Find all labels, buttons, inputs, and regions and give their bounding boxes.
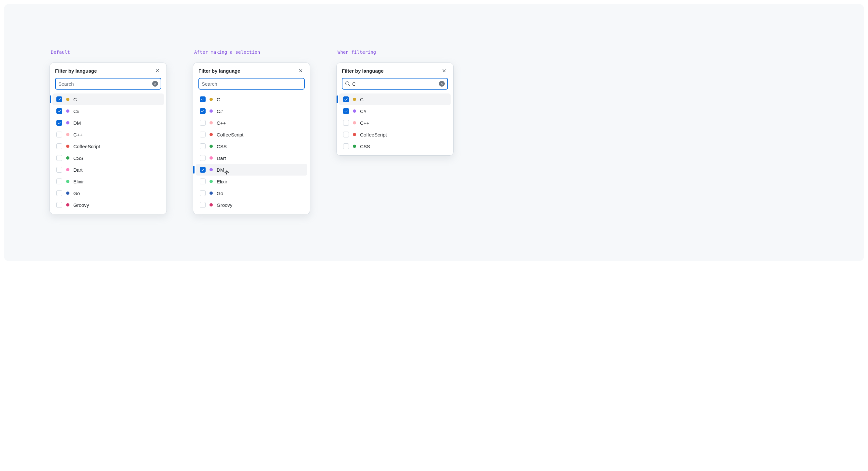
- filter-panel: Filter by languageCC#C++CoffeeScriptCSS: [336, 63, 454, 156]
- checkbox[interactable]: [56, 190, 62, 196]
- color-dot: [66, 145, 69, 148]
- list-item[interactable]: CoffeeScript: [339, 129, 451, 140]
- option-list: CC#C++CoffeeScriptCSS: [337, 92, 453, 155]
- example-caption: When filtering: [338, 50, 376, 55]
- list-item[interactable]: DM: [196, 164, 307, 176]
- list-item[interactable]: C++: [53, 129, 164, 140]
- color-dot: [210, 191, 213, 195]
- checkbox[interactable]: [343, 108, 349, 114]
- checkbox[interactable]: [200, 143, 206, 149]
- item-label: Groovy: [217, 202, 232, 208]
- list-item[interactable]: C++: [196, 117, 307, 129]
- item-label: Elixir: [73, 179, 84, 184]
- checkbox[interactable]: [56, 120, 62, 126]
- search-field[interactable]: [342, 78, 448, 90]
- checkbox[interactable]: [343, 96, 349, 102]
- panel-title: Filter by language: [342, 68, 383, 73]
- item-label: DM: [73, 120, 81, 126]
- option-list: CC#C++CoffeeScriptCSSDartDMElixirGoGroov…: [193, 92, 310, 214]
- list-item[interactable]: Elixir: [53, 176, 164, 187]
- color-dot: [210, 133, 213, 136]
- close-icon[interactable]: [153, 67, 161, 74]
- list-item[interactable]: CSS: [53, 152, 164, 164]
- checkbox[interactable]: [56, 96, 62, 102]
- list-item[interactable]: Dart: [196, 152, 307, 164]
- list-item[interactable]: Elixir: [196, 176, 307, 187]
- search-field[interactable]: [198, 78, 305, 90]
- color-dot: [66, 156, 69, 160]
- color-dot: [210, 156, 213, 160]
- color-dot: [66, 121, 69, 124]
- checkbox[interactable]: [200, 132, 206, 137]
- color-dot: [210, 98, 213, 101]
- search-icon: [345, 81, 350, 86]
- list-item[interactable]: Dart: [53, 164, 164, 176]
- checkbox[interactable]: [200, 155, 206, 161]
- item-label: CoffeeScript: [217, 132, 243, 137]
- item-label: C: [217, 97, 220, 102]
- checkbox[interactable]: [56, 108, 62, 114]
- checkbox[interactable]: [56, 167, 62, 172]
- item-label: CoffeeScript: [73, 144, 100, 149]
- list-item[interactable]: CSS: [339, 140, 451, 152]
- checkbox[interactable]: [56, 202, 62, 208]
- item-label: CSS: [360, 144, 370, 149]
- pointer-cursor-icon: [224, 170, 230, 176]
- checkbox[interactable]: [56, 155, 62, 161]
- checkbox[interactable]: [343, 143, 349, 149]
- list-item[interactable]: Go: [196, 187, 307, 199]
- list-item[interactable]: C#: [339, 105, 451, 117]
- item-label: Groovy: [73, 202, 89, 208]
- example-column: When filteringFilter by languageCC#C++Co…: [336, 50, 454, 156]
- checkbox[interactable]: [200, 167, 206, 172]
- panel-title: Filter by language: [198, 68, 240, 73]
- search-wrap: [337, 74, 453, 92]
- checkbox[interactable]: [200, 96, 206, 102]
- item-label: CoffeeScript: [360, 132, 387, 137]
- search-field[interactable]: [55, 78, 161, 90]
- color-dot: [66, 133, 69, 136]
- clear-icon[interactable]: [152, 81, 158, 87]
- list-item[interactable]: C: [339, 93, 451, 105]
- list-item[interactable]: C: [196, 93, 307, 105]
- checkbox[interactable]: [200, 179, 206, 184]
- list-item[interactable]: C#: [53, 105, 164, 117]
- clear-icon[interactable]: [439, 81, 445, 87]
- checkbox[interactable]: [343, 132, 349, 137]
- search-input[interactable]: [352, 81, 357, 87]
- color-dot: [66, 203, 69, 207]
- color-dot: [210, 109, 213, 113]
- checkbox[interactable]: [56, 179, 62, 184]
- list-item[interactable]: Groovy: [196, 199, 307, 211]
- list-item[interactable]: Go: [53, 187, 164, 199]
- list-item[interactable]: C#: [196, 105, 307, 117]
- item-label: Dart: [73, 167, 83, 172]
- item-label: DM: [217, 167, 224, 172]
- item-label: C++: [217, 120, 226, 126]
- checkbox[interactable]: [200, 120, 206, 126]
- item-label: C#: [217, 108, 223, 114]
- example-column: After making a selectionFilter by langua…: [193, 50, 310, 214]
- checkbox[interactable]: [200, 108, 206, 114]
- checkbox[interactable]: [56, 132, 62, 137]
- checkbox[interactable]: [200, 202, 206, 208]
- list-item[interactable]: CoffeeScript: [196, 129, 307, 140]
- list-item[interactable]: CSS: [196, 140, 307, 152]
- close-icon[interactable]: [297, 67, 305, 74]
- option-list: CC#DMC++CoffeeScriptCSSDartElixirGoGroov…: [50, 92, 166, 214]
- list-item[interactable]: Groovy: [53, 199, 164, 211]
- color-dot: [66, 191, 69, 195]
- list-item[interactable]: C++: [339, 117, 451, 129]
- color-dot: [66, 180, 69, 183]
- list-item[interactable]: C: [53, 93, 164, 105]
- search-input[interactable]: [202, 81, 301, 87]
- example-column: DefaultFilter by languageCC#DMC++CoffeeS…: [50, 50, 167, 214]
- list-item[interactable]: CoffeeScript: [53, 140, 164, 152]
- close-icon[interactable]: [440, 67, 448, 74]
- checkbox[interactable]: [56, 143, 62, 149]
- search-input[interactable]: [58, 81, 150, 87]
- list-item[interactable]: DM: [53, 117, 164, 129]
- checkbox[interactable]: [200, 190, 206, 196]
- checkbox[interactable]: [343, 120, 349, 126]
- item-label: C: [73, 97, 77, 102]
